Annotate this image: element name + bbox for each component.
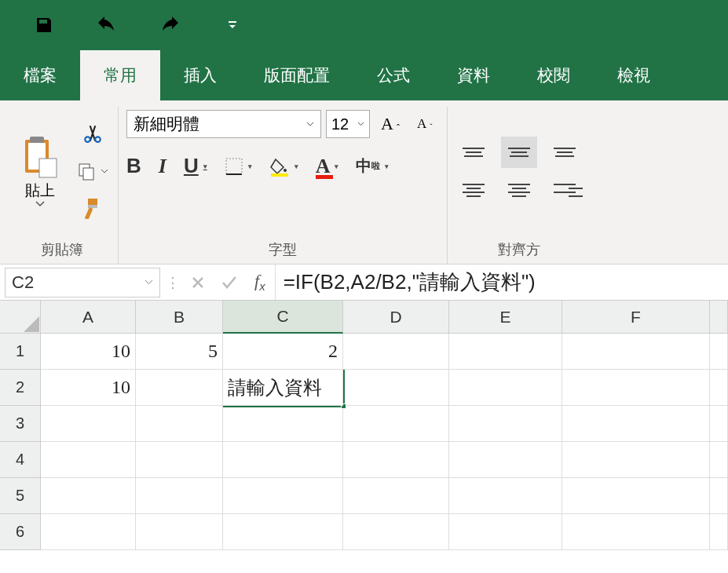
row-header[interactable]: 3	[0, 406, 41, 442]
cell[interactable]	[562, 442, 710, 478]
align-right-button[interactable]	[547, 174, 583, 206]
border-icon	[225, 157, 243, 176]
customize-qat-button[interactable]	[214, 9, 251, 41]
column-header[interactable]: F	[562, 301, 710, 334]
tab-formulas[interactable]: 公式	[353, 50, 434, 100]
cell[interactable]	[136, 442, 223, 478]
enter-formula-button[interactable]	[214, 275, 245, 290]
cell[interactable]	[136, 478, 223, 514]
cell[interactable]	[710, 478, 728, 514]
row-header[interactable]: 6	[0, 514, 41, 550]
row-header[interactable]: 1	[0, 334, 41, 370]
cell[interactable]	[136, 370, 223, 406]
bold-button[interactable]: B	[126, 154, 141, 178]
cell[interactable]	[223, 514, 343, 550]
font-size-select[interactable]: 12	[326, 110, 370, 138]
quick-access-toolbar	[0, 0, 728, 50]
column-header[interactable]: C	[223, 301, 343, 334]
cell[interactable]	[710, 406, 728, 442]
shrink-font-button[interactable]: Aˇ	[411, 116, 439, 132]
cell[interactable]	[41, 514, 136, 550]
tab-home[interactable]: 常用	[80, 50, 160, 100]
align-bottom-button[interactable]	[547, 137, 583, 168]
column-header[interactable]	[710, 301, 728, 334]
cell[interactable]	[562, 406, 710, 442]
align-left-button[interactable]	[455, 174, 492, 206]
cell[interactable]	[41, 478, 136, 514]
tab-view[interactable]: 檢視	[594, 50, 674, 100]
cell[interactable]	[449, 442, 562, 478]
underline-button[interactable]: U▾	[184, 154, 207, 178]
tab-pagelayout[interactable]: 版面配置	[240, 50, 353, 100]
cell[interactable]	[562, 334, 710, 370]
cell[interactable]	[449, 406, 562, 442]
italic-button[interactable]: I	[159, 155, 166, 178]
cell[interactable]	[223, 478, 343, 514]
row-header[interactable]: 2	[0, 370, 41, 406]
redo-button[interactable]	[152, 9, 188, 41]
cell[interactable]	[449, 334, 562, 370]
cell[interactable]	[710, 442, 728, 478]
phonetic-button[interactable]: 中啦▾	[356, 155, 389, 177]
cell[interactable]	[136, 514, 223, 550]
column-header[interactable]: D	[343, 301, 449, 334]
border-button[interactable]: ▾	[225, 157, 252, 176]
undo-button[interactable]	[89, 9, 125, 41]
cell[interactable]	[710, 334, 728, 370]
paste-button[interactable]: 貼上	[14, 135, 66, 207]
select-all-corner[interactable]	[0, 301, 41, 334]
tab-file[interactable]: 檔案	[0, 50, 80, 100]
align-center-button[interactable]	[501, 174, 537, 206]
row-header[interactable]: 5	[0, 478, 41, 514]
cell[interactable]	[562, 370, 710, 406]
cell[interactable]	[710, 370, 728, 406]
formula-row: C2 ⋮ fx =IF(B2,A2/B2,"請輸入資料")	[0, 265, 728, 301]
cut-button[interactable]	[75, 119, 110, 148]
cell[interactable]	[343, 514, 449, 550]
grow-font-button[interactable]: Aˆ	[375, 114, 406, 134]
format-painter-button[interactable]	[75, 195, 110, 223]
name-box[interactable]: C2	[5, 268, 160, 297]
copy-button[interactable]	[75, 157, 110, 185]
row-header[interactable]: 4	[0, 442, 41, 478]
cell[interactable]	[449, 478, 562, 514]
font-color-button[interactable]: A ▾	[316, 155, 339, 178]
cell[interactable]	[710, 514, 728, 550]
cell[interactable]	[343, 478, 449, 514]
align-middle-button[interactable]	[501, 137, 537, 168]
tab-data[interactable]: 資料	[434, 50, 514, 100]
tab-insert[interactable]: 插入	[160, 50, 240, 100]
save-button[interactable]	[26, 9, 62, 41]
column-header[interactable]: B	[136, 301, 223, 334]
cell[interactable]: 2	[223, 334, 343, 370]
column-header[interactable]: E	[449, 301, 562, 334]
group-clipboard: 貼上 剪貼簿	[6, 107, 119, 264]
cell[interactable]	[562, 478, 710, 514]
fill-color-button[interactable]: ▾	[269, 156, 298, 177]
font-family-select[interactable]: 新細明體	[126, 110, 321, 138]
cell[interactable]	[41, 406, 136, 442]
cell[interactable]	[343, 370, 449, 406]
cell[interactable]	[223, 406, 343, 442]
cell[interactable]	[223, 442, 343, 478]
cancel-formula-button[interactable]	[182, 275, 214, 290]
cell[interactable]	[343, 406, 449, 442]
cell[interactable]	[136, 406, 223, 442]
formula-bar[interactable]: =IF(B2,A2/B2,"請輸入資料")	[275, 265, 728, 300]
cell[interactable]	[562, 514, 710, 550]
cell[interactable]	[41, 442, 136, 478]
cell[interactable]: 5	[136, 334, 223, 370]
tab-review[interactable]: 校閱	[514, 50, 594, 100]
align-top-button[interactable]	[455, 137, 492, 168]
svg-rect-14	[271, 173, 288, 177]
align-group-title: 對齊方	[455, 235, 583, 264]
cell[interactable]: 請輸入資料	[223, 370, 343, 406]
cell[interactable]	[343, 442, 449, 478]
cell[interactable]: 10	[41, 370, 136, 406]
cell[interactable]: 10	[41, 334, 136, 370]
column-header[interactable]: A	[41, 301, 136, 334]
cell[interactable]	[343, 334, 449, 370]
cell[interactable]	[449, 370, 562, 406]
fx-icon[interactable]: fx	[245, 271, 275, 293]
cell[interactable]	[449, 514, 562, 550]
